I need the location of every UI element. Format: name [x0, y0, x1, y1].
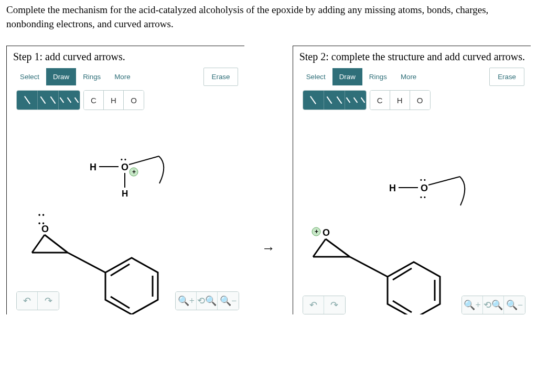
label-H: H	[389, 183, 396, 193]
svg-line-18	[393, 268, 412, 280]
zoom-reset-icon[interactable]: ⟲🔍	[483, 296, 504, 314]
undo-icon[interactable]: ↶	[17, 292, 38, 310]
lone-pair-dots-2: • •	[420, 194, 426, 200]
step2-canvas[interactable]: H O • • • • + O	[297, 115, 531, 314]
tab-rings[interactable]: Rings	[362, 68, 394, 85]
question-prompt: Complete the mechanism for the acid-cata…	[6, 3, 531, 31]
bond-single-icon[interactable]	[303, 91, 324, 110]
plus-icon: +	[132, 168, 136, 176]
svg-line-6	[68, 253, 105, 273]
tab-rings[interactable]: Rings	[76, 68, 108, 85]
svg-line-16	[350, 257, 388, 277]
svg-line-8	[111, 264, 130, 276]
label-H: H	[90, 162, 96, 172]
tab-select[interactable]: Select	[299, 68, 332, 85]
tab-draw[interactable]: Draw	[46, 68, 76, 85]
atom-o-button[interactable]: O	[410, 91, 430, 110]
svg-line-3	[32, 235, 45, 253]
plus-icon: +	[315, 228, 318, 235]
svg-line-2	[129, 156, 159, 165]
svg-line-13	[313, 239, 326, 257]
bond-double-icon[interactable]	[38, 91, 59, 110]
step2-molecule: H O • • • • + O	[297, 115, 528, 314]
lone-pair-dots-3: • •	[38, 211, 45, 219]
lone-pair-dots: • •	[121, 156, 126, 162]
tab-select[interactable]: Select	[13, 68, 46, 85]
panel-step1: Step 1: add curved arrows. Select Draw R…	[6, 46, 244, 314]
step1-molecule: H O • • + H • • O • •	[11, 115, 242, 314]
zoom-out-icon[interactable]: 🔍−	[504, 296, 525, 314]
undo-icon[interactable]: ↶	[303, 296, 324, 314]
label-O-top: O	[421, 183, 428, 193]
step1-tabs: Select Draw Rings More Erase	[13, 68, 244, 86]
redo-icon[interactable]: ↷	[38, 292, 59, 310]
erase-button[interactable]: Erase	[489, 68, 524, 86]
zoom-reset-icon[interactable]: ⟲🔍	[197, 292, 218, 310]
reaction-arrow: →	[253, 46, 284, 314]
tab-draw[interactable]: Draw	[332, 68, 362, 85]
erase-button[interactable]: Erase	[203, 68, 239, 86]
atom-o-button[interactable]: O	[124, 91, 144, 110]
tab-more[interactable]: More	[108, 68, 137, 85]
label-O-left: O	[323, 227, 330, 238]
tab-more[interactable]: More	[394, 68, 423, 85]
atom-c-button[interactable]: C	[370, 91, 390, 110]
step2-title: Step 2: complete the structure and add c…	[299, 50, 531, 63]
bond-double-icon[interactable]	[324, 91, 345, 110]
step2-draw-tools: C H O	[303, 90, 531, 110]
atom-h-button[interactable]: H	[104, 91, 124, 110]
label-O-left: O	[41, 224, 49, 234]
svg-line-5	[45, 235, 68, 253]
step1-title: Step 1: add curved arrows.	[13, 50, 244, 63]
zoom-in-icon[interactable]: 🔍+	[176, 292, 197, 310]
panel-step2: Step 2: complete the structure and add c…	[293, 46, 531, 314]
step1-draw-tools: C H O	[16, 90, 244, 110]
step2-tabs: Select Draw Rings More Erase	[299, 68, 531, 86]
bond-single-icon[interactable]	[17, 91, 38, 110]
bond-triple-icon[interactable]	[59, 91, 80, 110]
label-O-top: O	[121, 162, 128, 172]
label-H-mid: H	[122, 189, 128, 199]
bond-triple-icon[interactable]	[345, 91, 366, 110]
lone-pair-dots: • •	[420, 177, 426, 183]
zoom-in-icon[interactable]: 🔍+	[462, 296, 483, 314]
redo-icon[interactable]: ↷	[324, 296, 345, 314]
atom-h-button[interactable]: H	[390, 91, 410, 110]
step1-canvas[interactable]: H O • • + H • • O • •	[11, 115, 244, 314]
svg-line-15	[326, 239, 350, 257]
atom-c-button[interactable]: C	[84, 91, 104, 110]
svg-line-12	[428, 177, 460, 185]
zoom-out-icon[interactable]: 🔍−	[218, 292, 239, 310]
